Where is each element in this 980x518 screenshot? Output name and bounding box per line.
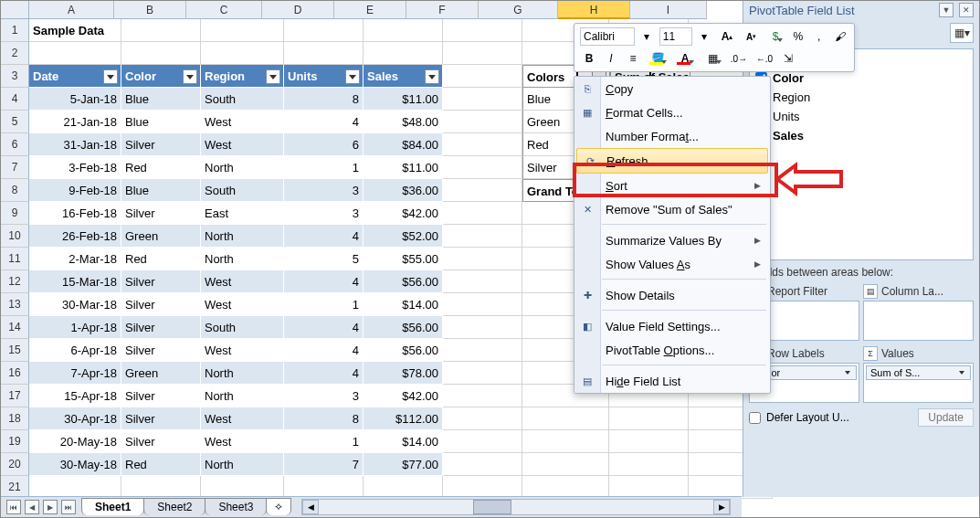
cell-A13[interactable]: 30-Mar-18 (29, 293, 121, 316)
cell-B4[interactable]: Blue (121, 88, 201, 111)
cell-D3[interactable]: Units (284, 65, 364, 88)
column-header-A[interactable]: A (29, 1, 114, 19)
cell-E1[interactable] (364, 19, 443, 42)
decrease-decimal-icon[interactable]: ←.0 (753, 49, 775, 68)
grow-font-icon[interactable]: A▴ (717, 27, 738, 46)
cell-B15[interactable]: Silver (121, 339, 201, 362)
cell-C12[interactable]: West (201, 270, 284, 293)
cell-A9[interactable]: 16-Feb-18 (29, 202, 121, 225)
cell-C18[interactable]: West (201, 407, 284, 430)
cell-D15[interactable]: 4 (284, 339, 364, 362)
cell-D14[interactable]: 4 (284, 316, 364, 339)
cell-A19[interactable]: 20-May-18 (29, 430, 121, 453)
cell-F19[interactable] (443, 430, 522, 453)
cell-C6[interactable]: West (201, 133, 284, 156)
cell-E15[interactable]: $56.00 (364, 339, 443, 362)
cell-F4[interactable] (443, 88, 522, 111)
row-header-5[interactable]: 5 (1, 111, 29, 133)
sheet-tab-sheet1[interactable]: Sheet1 (81, 498, 144, 515)
cell-E11[interactable]: $55.00 (364, 248, 443, 270)
cell-C7[interactable]: North (201, 156, 284, 179)
cell-A7[interactable]: 3-Feb-18 (29, 156, 121, 179)
cell-E8[interactable]: $36.00 (364, 179, 443, 202)
cell-E14[interactable]: $56.00 (364, 316, 443, 339)
cell-A15[interactable]: 6-Apr-18 (29, 339, 121, 362)
font-name-input[interactable] (580, 27, 635, 46)
row-header-10[interactable]: 10 (1, 225, 29, 248)
cell-F18[interactable] (443, 407, 522, 430)
row-header-13[interactable]: 13 (1, 293, 29, 316)
pill-dropdown-icon[interactable] (843, 368, 852, 377)
cell-A4[interactable]: 5-Jan-18 (29, 88, 121, 111)
cell-D6[interactable]: 6 (284, 133, 364, 156)
cell-C1[interactable] (201, 19, 284, 42)
cell-F20[interactable] (443, 453, 522, 476)
cell-A2[interactable] (29, 42, 121, 65)
row-header-16[interactable]: 16 (1, 362, 29, 385)
cell-A11[interactable]: 2-Mar-18 (29, 248, 121, 270)
menu-show-details[interactable]: ✚Show Details (574, 283, 770, 307)
filter-dropdown-icon[interactable] (425, 69, 439, 84)
menu-copy[interactable]: ⎘Copy (574, 77, 770, 100)
cell-E13[interactable]: $14.00 (364, 293, 443, 316)
cell-F1[interactable] (443, 19, 522, 42)
cell-D7[interactable]: 1 (284, 156, 364, 179)
cell-F3[interactable] (443, 65, 522, 88)
cell-B12[interactable]: Silver (121, 270, 201, 293)
filter-dropdown-icon[interactable] (345, 69, 360, 84)
menu-format-cells[interactable]: ▦Format Cells... (574, 100, 770, 124)
column-header-F[interactable]: F (406, 1, 479, 19)
cell-F5[interactable] (443, 111, 522, 133)
cell-D20[interactable]: 7 (284, 453, 364, 476)
cell-C8[interactable]: South (201, 179, 284, 202)
filter-dropdown-icon[interactable] (103, 69, 118, 84)
cell-B16[interactable]: Green (121, 362, 201, 385)
column-header-G[interactable]: G (479, 1, 558, 19)
cell-B2[interactable] (121, 42, 201, 65)
filter-dropdown-icon[interactable] (266, 69, 280, 84)
percent-format-icon[interactable]: % (789, 27, 806, 46)
cell-B13[interactable]: Silver (121, 293, 201, 316)
cell-E16[interactable]: $78.00 (364, 362, 443, 385)
cell-B3[interactable]: Color (121, 65, 201, 88)
zone-column-labels[interactable] (863, 301, 974, 341)
cell-F14[interactable] (443, 316, 522, 339)
cell-E3[interactable]: Sales (364, 65, 443, 88)
pill-dropdown-icon[interactable] (957, 368, 966, 377)
cell-B9[interactable]: Silver (121, 202, 201, 225)
sheet-nav-last[interactable]: ⏭ (61, 500, 76, 514)
cell-C3[interactable]: Region (201, 65, 284, 88)
cell-F11[interactable] (443, 248, 522, 270)
cell-D10[interactable]: 4 (284, 225, 364, 248)
cell-D5[interactable]: 4 (284, 111, 364, 133)
cell-B19[interactable]: Silver (121, 430, 201, 453)
cell-B11[interactable]: Red (121, 248, 201, 270)
cell-E20[interactable]: $77.00 (364, 453, 443, 476)
row-header-12[interactable]: 12 (1, 270, 29, 293)
sheet-nav-first[interactable]: ⏮ (6, 500, 21, 514)
cell-F9[interactable] (443, 202, 522, 225)
cell-B6[interactable]: Silver (121, 133, 201, 156)
row-header-17[interactable]: 17 (1, 385, 29, 407)
menu-refresh[interactable]: ⟳Refresh (576, 148, 768, 174)
cell-C19[interactable]: West (201, 430, 284, 453)
column-header-H[interactable]: H (558, 1, 630, 19)
cell-B5[interactable]: Blue (121, 111, 201, 133)
cell-H20[interactable] (609, 453, 689, 476)
menu-show-as[interactable]: Show Values As▶ (574, 252, 770, 276)
row-header-18[interactable]: 18 (1, 407, 29, 430)
menu-pt-options[interactable]: PivotTable Options... (574, 338, 770, 362)
cell-C16[interactable]: North (201, 362, 284, 385)
borders-icon[interactable]: ▦ (701, 49, 724, 68)
cell-C20[interactable]: North (201, 453, 284, 476)
cell-A14[interactable]: 1-Apr-18 (29, 316, 121, 339)
cell-B20[interactable]: Red (121, 453, 201, 476)
field-list[interactable]: DateColorRegionUnitsSales (749, 48, 974, 260)
cell-F17[interactable] (443, 385, 522, 407)
new-sheet-button[interactable]: ✧ (266, 498, 291, 515)
cell-A20[interactable]: 30-May-18 (29, 453, 121, 476)
cell-D17[interactable]: 3 (284, 385, 364, 407)
bold-icon[interactable]: B (580, 49, 598, 68)
currency-format-icon[interactable]: $ (765, 27, 786, 46)
font-name-dropdown-icon[interactable]: ▾ (638, 27, 656, 46)
